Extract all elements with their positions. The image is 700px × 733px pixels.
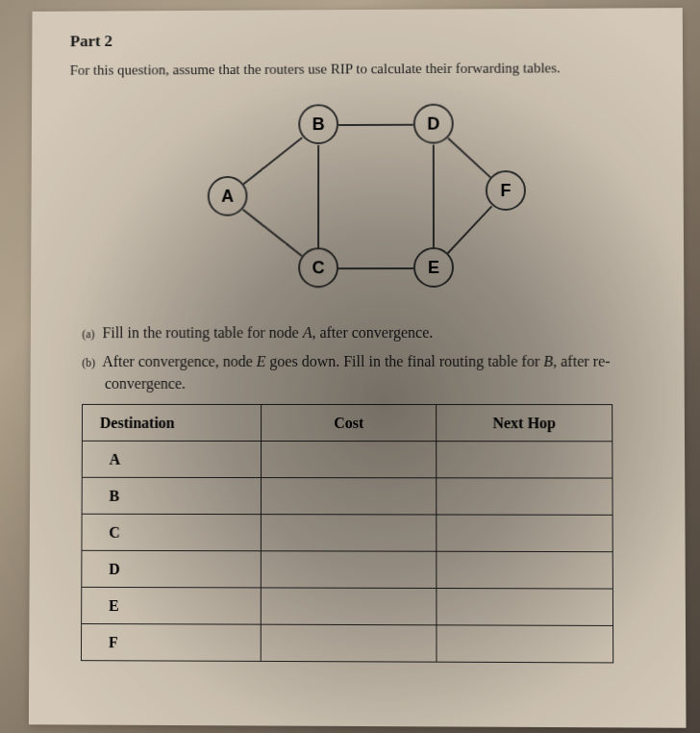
question-b-node1: E — [257, 353, 266, 369]
table-row: B — [82, 477, 612, 515]
question-b-label: (b) — [82, 357, 95, 370]
graph-edge-b-d — [338, 124, 413, 126]
graph-node-d: D — [413, 104, 454, 144]
graph-edge-a-b — [242, 137, 303, 185]
question-a-text-pre: Fill in the routing table for node — [102, 324, 302, 341]
question-a-label: (a) — [82, 327, 94, 341]
cell-destination: A — [82, 442, 262, 478]
table-row: E — [82, 588, 613, 626]
graph-edge-c-e — [338, 267, 413, 269]
question-a: (a) Fill in the routing table for node A… — [68, 322, 645, 344]
table-header-row: Destination Cost Next Hop — [82, 405, 612, 442]
part-title: Part 2 — [70, 29, 644, 51]
question-a-text-post: , after convergence. — [312, 324, 433, 341]
question-a-node: A — [303, 324, 312, 341]
cell-cost — [262, 515, 437, 552]
graph-edge-b-c — [317, 145, 319, 248]
table-row: A — [82, 442, 612, 479]
intro-text: For this question, assume that the route… — [70, 60, 644, 79]
question-b-node2: B — [543, 353, 553, 369]
cell-cost — [262, 551, 437, 589]
cell-nexthop — [437, 515, 612, 552]
question-b: (b) After convergence, node E goes down.… — [68, 351, 645, 394]
graph-node-b: B — [298, 104, 338, 144]
graph-node-e: E — [413, 247, 454, 288]
header-nexthop: Next Hop — [437, 405, 612, 442]
table-row: D — [82, 550, 613, 589]
graph-edge-a-c — [242, 209, 303, 257]
cell-nexthop — [437, 478, 612, 516]
graph-node-c: C — [298, 247, 338, 288]
header-cost: Cost — [262, 405, 437, 442]
question-b-text-pre: After convergence, node — [102, 353, 257, 369]
table-row: F — [81, 624, 612, 663]
network-graph: ABCDEF — [188, 93, 525, 295]
cell-cost — [262, 624, 438, 662]
graph-edge-d-f — [447, 138, 491, 178]
cell-nexthop — [437, 589, 613, 626]
graph-edge-d-e — [433, 145, 435, 249]
cell-nexthop — [437, 442, 612, 478]
table-row: C — [82, 514, 612, 551]
document-page: Part 2 For this question, assume that th… — [29, 8, 687, 728]
cell-destination: D — [82, 550, 262, 588]
question-b-text-mid: goes down. Fill in the final routing tab… — [265, 353, 543, 369]
header-destination: Destination — [82, 405, 262, 442]
cell-nexthop — [437, 551, 612, 589]
cell-cost — [262, 478, 437, 515]
cell-destination: E — [82, 588, 262, 625]
cell-cost — [262, 588, 437, 625]
cell-nexthop — [437, 625, 613, 663]
graph-node-f: F — [486, 170, 526, 211]
graph-node-a: A — [208, 176, 248, 216]
routing-table: Destination Cost Next Hop ABCDEF — [81, 404, 613, 664]
cell-destination: B — [82, 477, 262, 514]
cell-cost — [262, 442, 437, 478]
cell-destination: F — [81, 624, 261, 662]
graph-edge-e-f — [447, 206, 493, 255]
cell-destination: C — [82, 514, 262, 550]
